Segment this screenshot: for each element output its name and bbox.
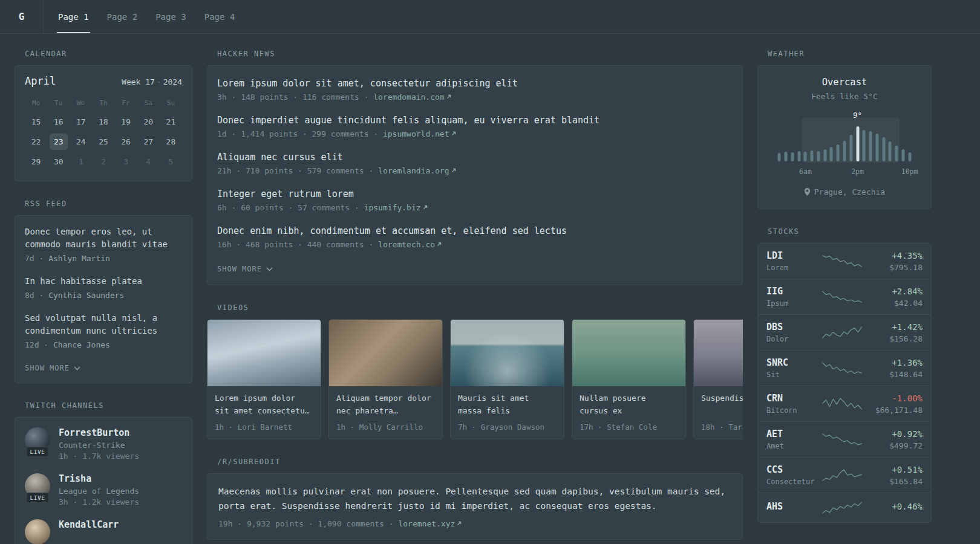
weekday-label: Sa bbox=[137, 97, 160, 110]
location-pin-icon bbox=[804, 187, 811, 196]
stock-name: Bitcorn bbox=[766, 406, 821, 415]
hn-item-domain-link[interactable]: loremdomain.com bbox=[373, 92, 444, 102]
video-title[interactable]: Nullam posuere cursus ex bbox=[580, 392, 678, 418]
rss-item-link[interactable]: Sed volutpat nulla nisl, a condimentum n… bbox=[25, 312, 182, 337]
hn-item-stats: 3h · 148 points · 116 comments · bbox=[217, 92, 368, 102]
video-card[interactable]: Aliquam tempor dolor nec pharetra… 1h · … bbox=[328, 319, 443, 439]
hn-item-domain-link[interactable]: ipsumworld.net bbox=[383, 129, 449, 138]
right-column: WEATHER Overcast Feels like 5°C 9° 6am2p… bbox=[757, 50, 932, 544]
video-meta: 17h · Stefan Cole bbox=[580, 423, 678, 432]
stock-row[interactable]: SNRCSit +1.36%$148.64 bbox=[758, 350, 931, 386]
video-card[interactable]: Nullam posuere cursus ex 17h · Stefan Co… bbox=[572, 319, 686, 439]
rss-item-author: Chance Jones bbox=[53, 340, 110, 349]
rss-item-time: 7d · bbox=[25, 254, 44, 263]
calendar-week: Week 17·2024 bbox=[122, 77, 182, 86]
stock-row[interactable]: LDILorem +4.35%$795.18 bbox=[758, 244, 931, 279]
video-thumbnail[interactable] bbox=[572, 320, 685, 386]
hn-item-link[interactable]: Donec enim nibh, condimentum et accumsan… bbox=[217, 225, 733, 236]
subreddit-post-link[interactable]: Maecenas mollis pulvinar erat non posuer… bbox=[218, 485, 731, 514]
stock-change: +1.42% bbox=[863, 322, 923, 332]
weather-bar bbox=[791, 152, 794, 161]
hacker-news-widget: HACKER NEWS Lorem ipsum dolor sit amet, … bbox=[207, 50, 743, 285]
stock-price: $156.28 bbox=[863, 334, 923, 343]
hn-item-link[interactable]: Lorem ipsum dolor sit amet, consectetur … bbox=[217, 78, 733, 89]
hn-item-domain-link[interactable]: loremtech.co bbox=[378, 240, 435, 249]
stock-change: -1.00% bbox=[863, 393, 923, 403]
stock-price: $499.72 bbox=[863, 441, 923, 450]
stock-row[interactable]: DBSDolor +1.42%$156.28 bbox=[758, 314, 931, 350]
stock-sparkline bbox=[821, 467, 863, 483]
hn-item-link[interactable]: Integer eget rutrum lorem bbox=[217, 189, 733, 199]
weekday-label: Fr bbox=[115, 97, 137, 110]
rss-item-time: 8d · bbox=[25, 291, 44, 300]
twitch-channel[interactable]: KendallCarr bbox=[25, 519, 182, 544]
stock-sparkline bbox=[821, 253, 863, 269]
weather-widget: WEATHER Overcast Feels like 5°C 9° 6am2p… bbox=[757, 50, 932, 209]
video-title[interactable]: Lorem ipsum dolor sit amet consectetu… bbox=[215, 392, 313, 418]
video-card[interactable]: Suspendisse diam 18h · Tara bbox=[693, 319, 743, 439]
subreddit-domain-link[interactable]: loremnet.xyz bbox=[398, 519, 455, 528]
hn-item-domain-link[interactable]: loremlandia.org bbox=[378, 166, 449, 175]
hn-item-link[interactable]: Aliquam nec cursus elit bbox=[217, 152, 733, 163]
weather-time-label: 6am bbox=[799, 167, 812, 176]
channel-game: League of Legends bbox=[59, 487, 139, 496]
video-title[interactable]: Suspendisse diam bbox=[701, 392, 743, 418]
rss-item-link[interactable]: Donec tempor eros leo, ut commodo mauris… bbox=[25, 225, 182, 251]
tab-page-3[interactable]: Page 3 bbox=[154, 0, 188, 33]
calendar-day: 18 bbox=[92, 114, 114, 130]
video-thumbnail[interactable] bbox=[207, 320, 321, 386]
stock-row[interactable]: CRNBitcorn -1.00%$66,171.48 bbox=[758, 386, 931, 421]
external-link-icon bbox=[446, 94, 452, 100]
hn-item-domain-link[interactable]: ipsumify.biz bbox=[364, 203, 421, 212]
video-thumbnail[interactable] bbox=[451, 320, 564, 386]
stock-price: $795.18 bbox=[863, 263, 923, 272]
calendar-day: 24 bbox=[70, 134, 92, 150]
twitch-channel[interactable]: LIVE Trisha League of Legends 3h · 1.2k … bbox=[25, 473, 182, 507]
rss-show-more-button[interactable]: SHOW MORE bbox=[25, 364, 80, 372]
weekday-label: We bbox=[70, 97, 92, 110]
video-thumbnail[interactable] bbox=[694, 320, 743, 386]
weekday-label: Su bbox=[160, 97, 182, 110]
chevron-down-icon bbox=[266, 267, 273, 271]
stock-sparkline bbox=[821, 396, 863, 412]
weather-bar bbox=[908, 152, 911, 161]
stock-row[interactable]: AETAmet +0.92%$499.72 bbox=[758, 421, 931, 457]
video-card[interactable]: Lorem ipsum dolor sit amet consectetu… 1… bbox=[207, 319, 321, 439]
avatar: LIVE bbox=[25, 473, 50, 499]
app-logo[interactable]: G bbox=[0, 0, 44, 33]
subreddit-widget-title: /R/SUBREDDIT bbox=[217, 458, 743, 466]
calendar-day: 20 bbox=[137, 114, 160, 130]
weather-bar bbox=[778, 153, 781, 161]
calendar-day: 27 bbox=[137, 134, 160, 150]
channel-avatar-image bbox=[25, 519, 50, 544]
video-thumbnail[interactable] bbox=[329, 320, 442, 386]
weather-bar bbox=[804, 152, 807, 161]
video-card[interactable]: Mauris sit amet massa felis 7h · Grayson… bbox=[450, 319, 564, 439]
tab-page-1[interactable]: Page 1 bbox=[57, 0, 90, 33]
weather-location-label: Prague, Czechia bbox=[814, 187, 885, 196]
channel-name[interactable]: KendallCarr bbox=[59, 519, 119, 530]
video-title[interactable]: Aliquam tempor dolor nec pharetra… bbox=[336, 392, 435, 418]
stock-row[interactable]: IIGIpsum +2.84%$42.04 bbox=[758, 279, 931, 314]
twitch-channel[interactable]: LIVE ForrestBurton Counter-Strike 1h · 1… bbox=[25, 427, 182, 461]
calendar-day-next-month: 3 bbox=[115, 154, 137, 170]
stock-row[interactable]: AHS +0.46% bbox=[758, 493, 931, 522]
channel-game: Counter-Strike bbox=[59, 441, 139, 450]
show-more-label: SHOW MORE bbox=[25, 364, 70, 372]
rss-item-link[interactable]: In hac habitasse platea bbox=[25, 275, 182, 288]
video-title[interactable]: Mauris sit amet massa felis bbox=[458, 392, 557, 418]
tab-page-4[interactable]: Page 4 bbox=[203, 0, 237, 33]
hn-item-stats: 21h · 710 points · 579 comments · bbox=[217, 166, 373, 175]
hn-item-meta: 21h · 710 points · 579 comments · loreml… bbox=[217, 166, 733, 175]
hn-show-more-button[interactable]: SHOW MORE bbox=[217, 265, 273, 273]
stock-change: +0.51% bbox=[863, 465, 923, 474]
tab-page-2[interactable]: Page 2 bbox=[106, 0, 139, 33]
weather-bar bbox=[817, 151, 820, 161]
channel-name[interactable]: ForrestBurton bbox=[59, 427, 139, 438]
channel-name[interactable]: Trisha bbox=[59, 473, 139, 484]
video-meta: 1h · Molly Carrillo bbox=[336, 423, 435, 432]
stock-name: Amet bbox=[766, 442, 821, 450]
hn-item-link[interactable]: Donec imperdiet augue tincidunt felis al… bbox=[217, 115, 733, 126]
stock-row[interactable]: CCSConsectetur +0.51%$165.84 bbox=[758, 457, 931, 493]
stock-name: Ipsum bbox=[766, 299, 821, 308]
